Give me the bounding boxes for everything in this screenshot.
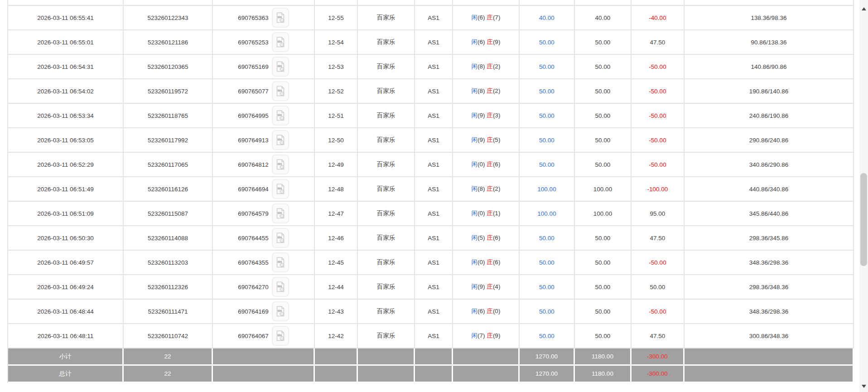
game-result: 闲(0) 庄(6) — [472, 259, 501, 266]
video-replay-button[interactable] — [272, 155, 289, 174]
game-round-id: 690765253 — [238, 39, 269, 46]
balance: 298.36/348.36 — [685, 275, 854, 300]
game-round-id: 690765077 — [238, 88, 269, 95]
video-replay-button[interactable] — [272, 179, 289, 199]
video-replay-button[interactable] — [272, 106, 289, 126]
bet-amount[interactable]: 50.00 — [520, 153, 575, 177]
banker-result-label: 庄 — [487, 185, 493, 192]
bet-amount[interactable]: 50.00 — [520, 30, 575, 55]
table-name: AS1 — [415, 300, 453, 324]
banker-result-label: 庄 — [487, 87, 493, 94]
balance: 348.36/298.36 — [685, 251, 854, 275]
bet-amount[interactable]: 40.00 — [520, 6, 575, 30]
valid-bet: 50.00 — [575, 300, 632, 324]
bet-amount[interactable]: 100.00 — [520, 177, 575, 202]
video-replay-button[interactable] — [272, 57, 289, 77]
balance: 340.86/290.86 — [685, 153, 854, 177]
game-round-id: 690764067 — [238, 333, 269, 339]
records-page: 2026-03-11 06:55:41523260122343690765363… — [0, 0, 868, 392]
record-row: 2026-03-11 06:52:29523260117065690764812… — [8, 153, 854, 177]
game-type: 百家乐 — [358, 300, 415, 324]
subtotal-winloss: -300.00 — [632, 348, 685, 366]
scroll-up-button[interactable] — [859, 3, 868, 15]
game-type: 百家乐 — [358, 202, 415, 226]
valid-bet: 50.00 — [575, 275, 632, 300]
banker-result-score: (2) — [493, 87, 501, 94]
game-type: 百家乐 — [358, 55, 415, 79]
bet-amount[interactable]: 50.00 — [520, 104, 575, 128]
banker-result-label: 庄 — [487, 14, 493, 21]
total-row: 总计 22 1270.00 1180.00 -300.00 — [8, 366, 854, 383]
game-result-cell: 闲(8) 庄(2) — [453, 177, 520, 202]
table-name: AS1 — [415, 55, 453, 79]
video-replay-button[interactable] — [272, 81, 289, 101]
video-replay-button[interactable] — [272, 252, 289, 272]
scroll-down-button[interactable] — [859, 380, 868, 392]
win-loss: 47.50 — [632, 324, 685, 348]
bet-id: 523260122343 — [124, 6, 213, 30]
player-result-score: (0) — [477, 210, 485, 217]
record-row: 2026-03-11 06:53:05523260117992690764913… — [8, 128, 854, 153]
game-round-id-cell: 690765169 — [213, 55, 315, 79]
bet-amount[interactable]: 50.00 — [520, 128, 575, 153]
bet-amount[interactable]: 50.00 — [520, 275, 575, 300]
round-number: 12-48 — [315, 177, 358, 202]
game-round-id: 690764579 — [238, 210, 269, 217]
bet-id: 523260113203 — [124, 251, 213, 275]
video-replay-button[interactable] — [272, 32, 289, 52]
game-round-id-cell: 690764067 — [213, 324, 315, 348]
round-number: 12-51 — [315, 104, 358, 128]
balance: 138.36/98.36 — [685, 6, 854, 30]
bet-amount[interactable]: 100.00 — [520, 202, 575, 226]
bet-amount[interactable]: 50.00 — [520, 79, 575, 104]
scroll-down-icon — [862, 385, 866, 388]
balance: 298.36/345.86 — [685, 226, 854, 251]
video-replay-button[interactable] — [272, 326, 289, 346]
valid-bet: 100.00 — [575, 202, 632, 226]
game-result: 闲(7) 庄(9) — [472, 332, 501, 339]
bet-amount[interactable]: 50.00 — [520, 55, 575, 79]
bet-amount[interactable]: 50.00 — [520, 226, 575, 251]
game-round-id-cell: 690764270 — [213, 275, 315, 300]
banker-result-score: (6) — [493, 259, 501, 266]
bet-amount[interactable]: 50.00 — [520, 324, 575, 348]
video-replay-button[interactable] — [272, 228, 289, 248]
game-type: 百家乐 — [358, 275, 415, 300]
banker-result-score: (7) — [493, 14, 501, 21]
record-row: 2026-03-11 06:54:31523260120365690765169… — [8, 55, 854, 79]
banker-result-score: (2) — [493, 185, 501, 192]
video-replay-icon — [276, 232, 285, 243]
valid-bet: 50.00 — [575, 226, 632, 251]
round-number: 12-45 — [315, 251, 358, 275]
scrollbar-thumb[interactable] — [860, 173, 867, 266]
video-replay-button[interactable] — [272, 301, 289, 321]
banker-result-score: (5) — [493, 136, 501, 143]
valid-bet: 50.00 — [575, 324, 632, 348]
total-winloss: -300.00 — [632, 366, 685, 383]
banker-result-label: 庄 — [487, 136, 493, 143]
video-replay-button[interactable] — [272, 130, 289, 150]
player-result-label: 闲 — [472, 210, 478, 217]
video-replay-icon — [276, 330, 285, 341]
bet-amount[interactable]: 50.00 — [520, 300, 575, 324]
bet-time: 2026-03-11 06:48:11 — [8, 324, 124, 348]
game-result-cell: 闲(9) 庄(3) — [453, 104, 520, 128]
player-result-label: 闲 — [472, 136, 478, 143]
valid-bet: 50.00 — [575, 128, 632, 153]
game-result: 闲(9) 庄(5) — [472, 136, 501, 143]
player-result-score: (8) — [477, 87, 485, 94]
valid-bet: 50.00 — [575, 251, 632, 275]
bet-amount[interactable]: 50.00 — [520, 251, 575, 275]
banker-result-label: 庄 — [487, 63, 493, 70]
video-replay-icon — [276, 184, 285, 194]
video-replay-icon — [276, 61, 285, 72]
video-replay-button[interactable] — [272, 203, 289, 223]
balance: 90.86/138.36 — [685, 30, 854, 55]
video-replay-button[interactable] — [272, 8, 289, 28]
banker-result-score: (3) — [493, 112, 501, 119]
vertical-scrollbar[interactable] — [859, 0, 868, 392]
bet-time: 2026-03-11 06:48:44 — [8, 300, 124, 324]
video-replay-button[interactable] — [272, 277, 289, 297]
game-result: 闲(9) 庄(3) — [472, 112, 501, 119]
win-loss: -50.00 — [632, 153, 685, 177]
